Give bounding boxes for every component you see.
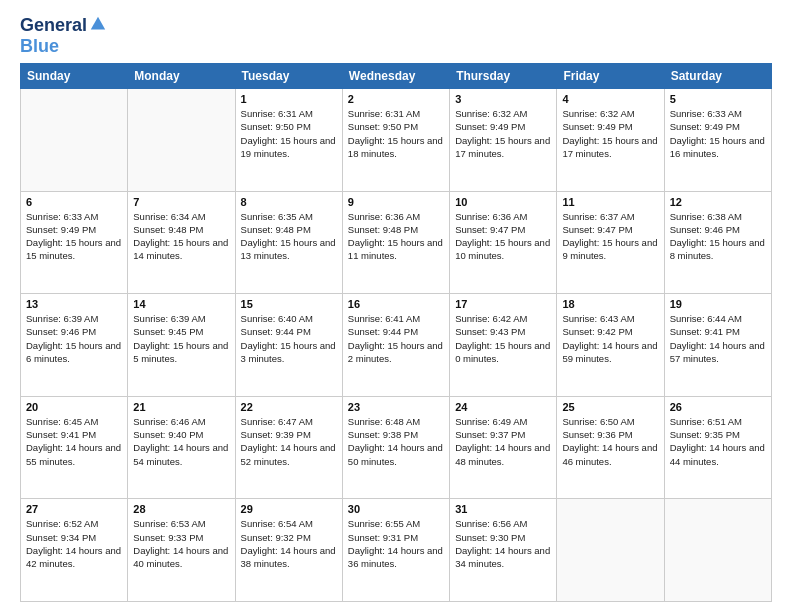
cell-info: Sunrise: 6:46 AMSunset: 9:40 PMDaylight:… — [133, 415, 229, 468]
calendar-cell — [21, 89, 128, 192]
calendar-cell — [557, 499, 664, 602]
cell-info: Sunrise: 6:35 AMSunset: 9:48 PMDaylight:… — [241, 210, 337, 263]
calendar-cell: 30Sunrise: 6:55 AMSunset: 9:31 PMDayligh… — [342, 499, 449, 602]
week-row-3: 13Sunrise: 6:39 AMSunset: 9:46 PMDayligh… — [21, 294, 772, 397]
calendar-cell: 18Sunrise: 6:43 AMSunset: 9:42 PMDayligh… — [557, 294, 664, 397]
day-number: 26 — [670, 401, 766, 413]
cell-info: Sunrise: 6:44 AMSunset: 9:41 PMDaylight:… — [670, 312, 766, 365]
calendar-cell: 24Sunrise: 6:49 AMSunset: 9:37 PMDayligh… — [450, 396, 557, 499]
calendar-cell: 8Sunrise: 6:35 AMSunset: 9:48 PMDaylight… — [235, 191, 342, 294]
logo-blue-text: Blue — [20, 37, 107, 55]
calendar-cell: 12Sunrise: 6:38 AMSunset: 9:46 PMDayligh… — [664, 191, 771, 294]
calendar-cell: 29Sunrise: 6:54 AMSunset: 9:32 PMDayligh… — [235, 499, 342, 602]
calendar-cell: 9Sunrise: 6:36 AMSunset: 9:48 PMDaylight… — [342, 191, 449, 294]
cell-info: Sunrise: 6:43 AMSunset: 9:42 PMDaylight:… — [562, 312, 658, 365]
cell-info: Sunrise: 6:41 AMSunset: 9:44 PMDaylight:… — [348, 312, 444, 365]
calendar-cell: 3Sunrise: 6:32 AMSunset: 9:49 PMDaylight… — [450, 89, 557, 192]
cell-info: Sunrise: 6:36 AMSunset: 9:48 PMDaylight:… — [348, 210, 444, 263]
week-row-4: 20Sunrise: 6:45 AMSunset: 9:41 PMDayligh… — [21, 396, 772, 499]
day-number: 17 — [455, 298, 551, 310]
cell-info: Sunrise: 6:51 AMSunset: 9:35 PMDaylight:… — [670, 415, 766, 468]
day-number: 14 — [133, 298, 229, 310]
cell-info: Sunrise: 6:53 AMSunset: 9:33 PMDaylight:… — [133, 517, 229, 570]
day-number: 5 — [670, 93, 766, 105]
weekday-header-row: SundayMondayTuesdayWednesdayThursdayFrid… — [21, 64, 772, 89]
week-row-5: 27Sunrise: 6:52 AMSunset: 9:34 PMDayligh… — [21, 499, 772, 602]
weekday-header-monday: Monday — [128, 64, 235, 89]
day-number: 13 — [26, 298, 122, 310]
weekday-header-sunday: Sunday — [21, 64, 128, 89]
cell-info: Sunrise: 6:31 AMSunset: 9:50 PMDaylight:… — [348, 107, 444, 160]
logo: General Blue — [20, 15, 107, 55]
cell-info: Sunrise: 6:34 AMSunset: 9:48 PMDaylight:… — [133, 210, 229, 263]
cell-info: Sunrise: 6:32 AMSunset: 9:49 PMDaylight:… — [562, 107, 658, 160]
weekday-header-thursday: Thursday — [450, 64, 557, 89]
cell-info: Sunrise: 6:40 AMSunset: 9:44 PMDaylight:… — [241, 312, 337, 365]
calendar-cell: 16Sunrise: 6:41 AMSunset: 9:44 PMDayligh… — [342, 294, 449, 397]
cell-info: Sunrise: 6:39 AMSunset: 9:46 PMDaylight:… — [26, 312, 122, 365]
cell-info: Sunrise: 6:54 AMSunset: 9:32 PMDaylight:… — [241, 517, 337, 570]
calendar-cell: 28Sunrise: 6:53 AMSunset: 9:33 PMDayligh… — [128, 499, 235, 602]
calendar-cell: 2Sunrise: 6:31 AMSunset: 9:50 PMDaylight… — [342, 89, 449, 192]
calendar-cell — [664, 499, 771, 602]
weekday-header-saturday: Saturday — [664, 64, 771, 89]
cell-info: Sunrise: 6:36 AMSunset: 9:47 PMDaylight:… — [455, 210, 551, 263]
day-number: 22 — [241, 401, 337, 413]
cell-info: Sunrise: 6:31 AMSunset: 9:50 PMDaylight:… — [241, 107, 337, 160]
day-number: 2 — [348, 93, 444, 105]
calendar-cell: 5Sunrise: 6:33 AMSunset: 9:49 PMDaylight… — [664, 89, 771, 192]
day-number: 24 — [455, 401, 551, 413]
day-number: 1 — [241, 93, 337, 105]
day-number: 18 — [562, 298, 658, 310]
calendar-cell — [128, 89, 235, 192]
day-number: 29 — [241, 503, 337, 515]
cell-info: Sunrise: 6:42 AMSunset: 9:43 PMDaylight:… — [455, 312, 551, 365]
day-number: 6 — [26, 196, 122, 208]
page: General Blue SundayMondayTuesdayWednesda… — [0, 0, 792, 612]
day-number: 20 — [26, 401, 122, 413]
calendar-cell: 4Sunrise: 6:32 AMSunset: 9:49 PMDaylight… — [557, 89, 664, 192]
day-number: 11 — [562, 196, 658, 208]
calendar-cell: 31Sunrise: 6:56 AMSunset: 9:30 PMDayligh… — [450, 499, 557, 602]
cell-info: Sunrise: 6:33 AMSunset: 9:49 PMDaylight:… — [670, 107, 766, 160]
cell-info: Sunrise: 6:38 AMSunset: 9:46 PMDaylight:… — [670, 210, 766, 263]
day-number: 10 — [455, 196, 551, 208]
weekday-header-friday: Friday — [557, 64, 664, 89]
cell-info: Sunrise: 6:47 AMSunset: 9:39 PMDaylight:… — [241, 415, 337, 468]
day-number: 12 — [670, 196, 766, 208]
calendar-cell: 19Sunrise: 6:44 AMSunset: 9:41 PMDayligh… — [664, 294, 771, 397]
weekday-header-wednesday: Wednesday — [342, 64, 449, 89]
calendar-table: SundayMondayTuesdayWednesdayThursdayFrid… — [20, 63, 772, 602]
cell-info: Sunrise: 6:50 AMSunset: 9:36 PMDaylight:… — [562, 415, 658, 468]
calendar-cell: 25Sunrise: 6:50 AMSunset: 9:36 PMDayligh… — [557, 396, 664, 499]
cell-info: Sunrise: 6:52 AMSunset: 9:34 PMDaylight:… — [26, 517, 122, 570]
cell-info: Sunrise: 6:55 AMSunset: 9:31 PMDaylight:… — [348, 517, 444, 570]
calendar-cell: 11Sunrise: 6:37 AMSunset: 9:47 PMDayligh… — [557, 191, 664, 294]
cell-info: Sunrise: 6:56 AMSunset: 9:30 PMDaylight:… — [455, 517, 551, 570]
day-number: 27 — [26, 503, 122, 515]
day-number: 9 — [348, 196, 444, 208]
day-number: 15 — [241, 298, 337, 310]
day-number: 21 — [133, 401, 229, 413]
day-number: 8 — [241, 196, 337, 208]
cell-info: Sunrise: 6:33 AMSunset: 9:49 PMDaylight:… — [26, 210, 122, 263]
day-number: 19 — [670, 298, 766, 310]
week-row-1: 1Sunrise: 6:31 AMSunset: 9:50 PMDaylight… — [21, 89, 772, 192]
calendar-cell: 23Sunrise: 6:48 AMSunset: 9:38 PMDayligh… — [342, 396, 449, 499]
day-number: 4 — [562, 93, 658, 105]
day-number: 28 — [133, 503, 229, 515]
calendar-cell: 15Sunrise: 6:40 AMSunset: 9:44 PMDayligh… — [235, 294, 342, 397]
week-row-2: 6Sunrise: 6:33 AMSunset: 9:49 PMDaylight… — [21, 191, 772, 294]
svg-marker-0 — [91, 17, 105, 30]
calendar-cell: 7Sunrise: 6:34 AMSunset: 9:48 PMDaylight… — [128, 191, 235, 294]
day-number: 7 — [133, 196, 229, 208]
calendar-cell: 22Sunrise: 6:47 AMSunset: 9:39 PMDayligh… — [235, 396, 342, 499]
day-number: 16 — [348, 298, 444, 310]
cell-info: Sunrise: 6:32 AMSunset: 9:49 PMDaylight:… — [455, 107, 551, 160]
calendar-cell: 13Sunrise: 6:39 AMSunset: 9:46 PMDayligh… — [21, 294, 128, 397]
cell-info: Sunrise: 6:39 AMSunset: 9:45 PMDaylight:… — [133, 312, 229, 365]
day-number: 30 — [348, 503, 444, 515]
calendar-cell: 27Sunrise: 6:52 AMSunset: 9:34 PMDayligh… — [21, 499, 128, 602]
calendar-cell: 21Sunrise: 6:46 AMSunset: 9:40 PMDayligh… — [128, 396, 235, 499]
calendar-cell: 17Sunrise: 6:42 AMSunset: 9:43 PMDayligh… — [450, 294, 557, 397]
